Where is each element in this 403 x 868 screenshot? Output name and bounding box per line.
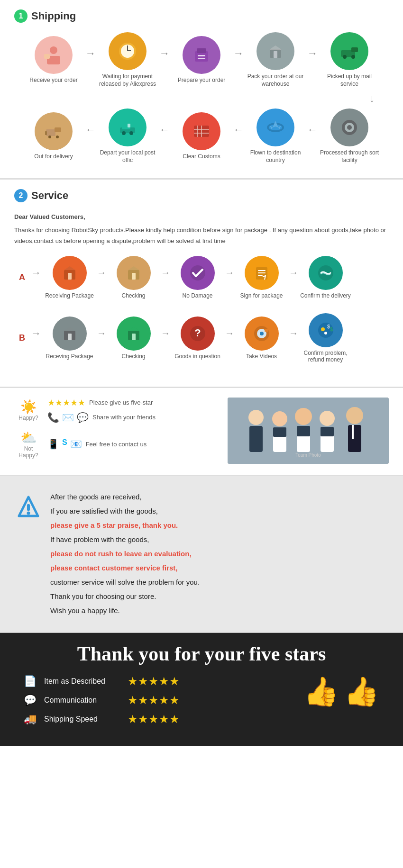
mail-icon: ✉️ xyxy=(62,412,74,423)
b-label-2: Goods in question xyxy=(174,353,220,360)
b-sarrow1: → xyxy=(97,328,106,339)
a-item-1: Checking xyxy=(106,256,161,299)
b-sarrow2: → xyxy=(161,328,170,339)
flown-label: Flown to destination country xyxy=(245,149,306,164)
waiting-label: Waiting for payment released by Aliexpre… xyxy=(97,73,158,88)
not-happy-label: Not Happy? xyxy=(14,445,43,459)
a-sarrow3: → xyxy=(225,267,234,278)
contact-text: Feel free to contact us xyxy=(86,441,147,448)
notice-line9: Wish you a happy life. xyxy=(50,606,120,615)
shipping-title: 1 Shipping xyxy=(14,9,389,23)
flow-item-out: Out for delivery xyxy=(23,112,84,161)
notice-line8: Thank you for choosing our store. xyxy=(50,592,156,600)
shipping-label: Shipping xyxy=(31,10,76,22)
depart-label: Depart your local post offic xyxy=(97,149,158,164)
b-item-3: Take Videos xyxy=(234,316,289,360)
notice-line4: If have problem with the goods, xyxy=(50,535,149,543)
thanks-items: 📄 Item as Described ★★★★★ 💬 Communicatio… xyxy=(24,675,180,732)
svg-rect-52 xyxy=(258,275,263,276)
pickup-label: Picked up by mail service xyxy=(319,73,380,88)
phone-icon: 📞 xyxy=(47,412,59,423)
svg-point-41 xyxy=(347,125,352,130)
mail2-icon: 📧 xyxy=(70,438,82,450)
a-item-0: Receiving Package xyxy=(42,256,97,299)
thanks-icon-2: 🚚 xyxy=(24,713,37,725)
feedback-section: ☀️ Happy? ★★★★★ Please give us five-star… xyxy=(0,388,403,476)
flown-icon xyxy=(256,108,294,146)
svg-point-26 xyxy=(122,131,126,135)
service-label: Service xyxy=(31,190,68,202)
happy-label: Happy? xyxy=(14,415,43,421)
a-item-4: Confirm the delivery xyxy=(298,256,353,299)
svg-marker-55 xyxy=(64,327,75,331)
processed-icon xyxy=(330,108,368,146)
svg-point-27 xyxy=(129,131,133,135)
thanks-title: Thank you for your five stars xyxy=(14,642,389,665)
arrowL4: ← xyxy=(307,124,318,136)
thanks-icon-1: 💬 xyxy=(24,694,37,706)
flow-item-pack: Pack your order at our warehouse xyxy=(245,32,306,88)
a-arrow0: → xyxy=(31,267,41,279)
customs-icon xyxy=(183,112,220,150)
svg-point-70 xyxy=(324,332,327,335)
svg-point-89 xyxy=(27,511,30,515)
notice-line7: customer service will solve the problem … xyxy=(50,578,200,586)
svg-point-67 xyxy=(321,327,325,331)
contact-icons: 📱 S 📧 xyxy=(47,438,82,450)
waiting-icon xyxy=(109,32,147,70)
b-label-0: Receving Package xyxy=(46,353,93,360)
a-label-0: Receiving Package xyxy=(45,292,94,299)
svg-point-80 xyxy=(320,411,335,426)
svg-rect-20 xyxy=(45,131,47,135)
svg-rect-76 xyxy=(273,427,286,437)
b-label-1: Checking xyxy=(121,353,145,360)
svg-rect-79 xyxy=(297,426,310,436)
a-label-3: Sign for package xyxy=(240,292,283,299)
svg-marker-46 xyxy=(128,266,139,270)
svg-rect-6 xyxy=(127,50,131,51)
arrow4: → xyxy=(307,47,318,60)
service-greeting: Dear Valued Customers, xyxy=(14,212,389,222)
svg-point-17 xyxy=(343,55,347,59)
b-icon-0 xyxy=(53,316,87,351)
svg-marker-12 xyxy=(270,45,281,49)
b-item-4: $$ Confirm problem, refund money xyxy=(298,313,353,363)
svg-rect-10 xyxy=(198,55,205,56)
b-arrow0: → xyxy=(31,327,41,340)
prepare-label: Prepare your order xyxy=(178,77,226,84)
arrow-down: ↓ xyxy=(71,92,375,105)
thanks-label-2: Shipping Speed xyxy=(44,715,120,723)
happy-row: ☀️ Happy? ★★★★★ Please give us five-star… xyxy=(14,398,218,423)
svg-rect-88 xyxy=(27,504,30,511)
service-body: Thanks for choosing RobotSky products.Pl… xyxy=(14,225,389,246)
processed-label: Processed through sort facility xyxy=(319,149,380,164)
out-icon xyxy=(35,112,73,150)
row-b-label: B xyxy=(19,333,25,343)
svg-rect-8 xyxy=(197,48,206,53)
share-text: Share with your friends xyxy=(92,414,156,421)
b-icon-2: ? xyxy=(181,316,215,351)
a-sarrow4: → xyxy=(289,267,298,278)
sun-icon: ☀️ xyxy=(19,399,38,415)
thanks-stars-1: ★★★★★ xyxy=(128,694,180,707)
b-label-4: Confirm problem, refund money xyxy=(298,350,353,363)
cloud-icon: ⛅ xyxy=(19,430,38,445)
svg-point-18 xyxy=(351,55,355,59)
svg-rect-22 xyxy=(55,127,61,132)
a-item-3: Sign for package xyxy=(234,256,289,299)
svg-rect-84 xyxy=(348,425,361,452)
b-icon-1 xyxy=(117,316,151,351)
b-item-1: Checking xyxy=(106,316,161,360)
svg-point-74 xyxy=(272,411,287,426)
b-sarrow4: → xyxy=(289,328,298,339)
svg-point-77 xyxy=(295,408,312,425)
a-item-2: No Damage xyxy=(170,256,225,299)
svg-rect-47 xyxy=(132,273,136,280)
thanks-icon-0: 📄 xyxy=(24,675,37,687)
pickup-icon xyxy=(330,32,368,70)
svg-text:?: ? xyxy=(194,327,201,339)
out-label: Out for delivery xyxy=(34,153,73,161)
flow-item-pickup: Picked up by mail service xyxy=(319,32,380,88)
a-label-1: Checking xyxy=(121,292,145,299)
flow-item-receive: Receive your order xyxy=(23,36,84,84)
